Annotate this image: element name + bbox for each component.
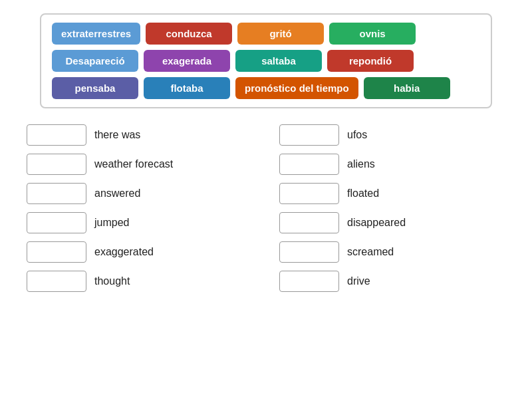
word-chip-0-2[interactable]: gritó — [237, 23, 324, 45]
match-label-left-1: weather forecast — [94, 158, 173, 170]
word-chip-1-1[interactable]: exagerada — [144, 50, 230, 72]
match-label-left-0: there was — [94, 129, 140, 141]
match-row: exaggerated — [27, 241, 253, 263]
answer-box-left-0[interactable] — [27, 124, 86, 146]
answer-box-right-2[interactable] — [279, 183, 339, 204]
match-row: ufos — [279, 124, 505, 146]
left-column: there wasweather forecastansweredjumpede… — [27, 124, 253, 292]
answer-box-left-2[interactable] — [27, 183, 86, 204]
match-label-right-5: drive — [347, 275, 370, 287]
match-label-right-1: aliens — [347, 158, 375, 170]
word-chip-2-0[interactable]: pensaba — [52, 77, 138, 99]
word-bank-row-0: extraterrestresconduzcagritóovnis — [52, 23, 480, 45]
answer-box-right-1[interactable] — [279, 154, 339, 175]
word-chip-0-1[interactable]: conduzca — [146, 23, 232, 45]
word-chip-0-0[interactable]: extraterrestres — [52, 23, 140, 45]
word-bank-row-1: Desaparecióexageradasaltabarepondió — [52, 50, 480, 72]
answer-box-right-4[interactable] — [279, 241, 339, 263]
answer-box-right-0[interactable] — [279, 124, 339, 146]
match-row: weather forecast — [27, 154, 253, 175]
match-label-right-3: disappeared — [347, 217, 406, 229]
word-chip-1-0[interactable]: Desapareció — [52, 50, 138, 72]
match-label-right-4: screamed — [347, 246, 394, 258]
match-row: answered — [27, 183, 253, 204]
match-row: jumped — [27, 212, 253, 233]
matching-section: there wasweather forecastansweredjumpede… — [13, 124, 519, 292]
match-row: drive — [279, 271, 505, 292]
match-row: floated — [279, 183, 505, 204]
match-label-left-4: exaggerated — [94, 246, 154, 258]
match-row: disappeared — [279, 212, 505, 233]
match-label-left-3: jumped — [94, 217, 129, 229]
word-chip-0-3[interactable]: ovnis — [329, 23, 416, 45]
answer-box-left-5[interactable] — [27, 271, 86, 292]
match-row: aliens — [279, 154, 505, 175]
word-chip-1-2[interactable]: saltaba — [235, 50, 322, 72]
right-column: ufosaliensfloateddisappearedscreameddriv… — [279, 124, 505, 292]
match-label-left-5: thought — [94, 275, 130, 287]
match-row: there was — [27, 124, 253, 146]
word-chip-2-2[interactable]: pronóstico del tiempo — [235, 77, 358, 99]
answer-box-left-3[interactable] — [27, 212, 86, 233]
answer-box-left-4[interactable] — [27, 241, 86, 263]
word-chip-2-1[interactable]: flotaba — [144, 77, 230, 99]
match-label-left-2: answered — [94, 188, 140, 200]
match-row: screamed — [279, 241, 505, 263]
answer-box-right-3[interactable] — [279, 212, 339, 233]
match-label-right-2: floated — [347, 188, 379, 200]
match-row: thought — [27, 271, 253, 292]
answer-box-left-1[interactable] — [27, 154, 86, 175]
word-bank-row-2: pensabaflotabapronóstico del tiempohabia — [52, 77, 480, 99]
answer-box-right-5[interactable] — [279, 271, 339, 292]
word-chip-2-3[interactable]: habia — [364, 77, 450, 99]
word-chip-1-3[interactable]: repondió — [327, 50, 414, 72]
word-bank: extraterrestresconduzcagritóovnisDesapar… — [40, 13, 492, 108]
match-label-right-0: ufos — [347, 129, 367, 141]
